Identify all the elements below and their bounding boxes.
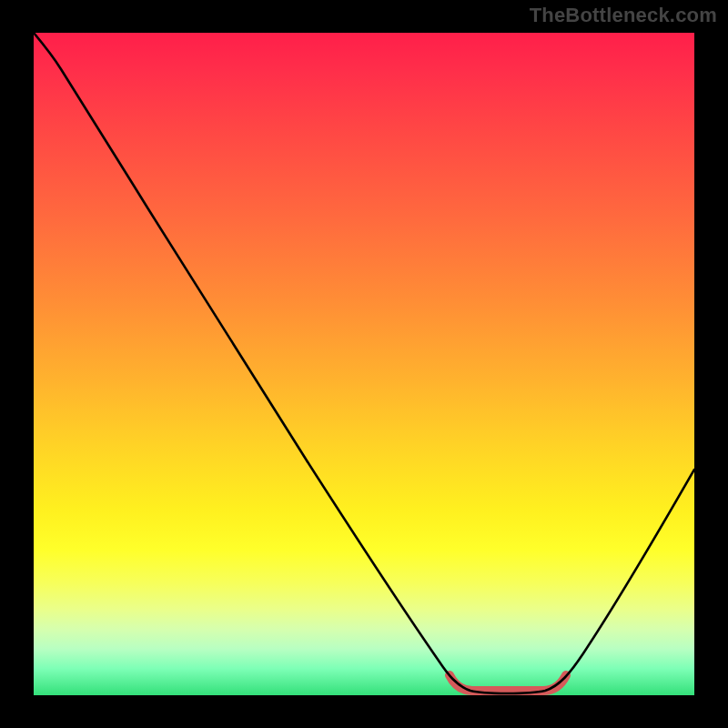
bottleneck-curve	[34, 33, 694, 695]
watermark-text: TheBottleneck.com	[530, 4, 717, 27]
chart-frame: TheBottleneck.com	[0, 0, 728, 728]
bottleneck-curve-path	[34, 33, 694, 693]
plot-area	[34, 33, 694, 695]
